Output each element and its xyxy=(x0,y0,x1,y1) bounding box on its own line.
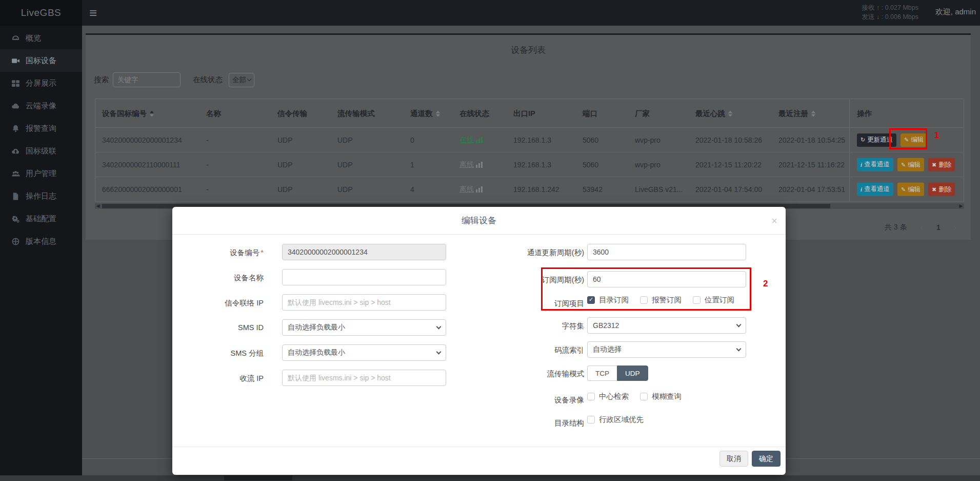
globe-icon xyxy=(11,237,20,246)
cell-channels: 0 xyxy=(410,136,414,144)
edit-button[interactable]: ✎编辑 xyxy=(897,183,924,196)
sidebar-item-label: 云端录像 xyxy=(26,101,56,111)
cell-port: 53942 xyxy=(583,185,603,194)
pencil-icon: ✎ xyxy=(901,186,906,193)
col-registered[interactable]: 最近注册 xyxy=(778,108,815,118)
delete-button[interactable]: ✖删除 xyxy=(928,158,955,171)
device-id-label: 设备编号* xyxy=(175,248,264,258)
annotation-label-2: 2 xyxy=(763,279,768,289)
online-status-link[interactable]: 离线 xyxy=(459,160,483,169)
sidebar-item-user-management[interactable]: 用户管理 xyxy=(0,162,82,185)
channel-refresh-input[interactable] xyxy=(587,244,746,260)
scroll-left-arrow[interactable]: ◀ xyxy=(95,203,101,209)
col-vendor: 厂家 xyxy=(635,108,650,118)
refresh-icon: ↻ xyxy=(861,137,865,143)
col-operations: 操作 xyxy=(857,108,872,118)
total-count: 共 3 条 xyxy=(885,223,907,232)
stream-index-label: 码流索引 xyxy=(496,345,584,355)
cell-operations: i查看通道 ✎编辑 ✖删除 xyxy=(857,158,957,171)
device-name-input[interactable] xyxy=(282,269,446,285)
sidebar-item-label: 操作日志 xyxy=(26,191,56,201)
sidebar-item-gb-devices[interactable]: 国标设备 xyxy=(0,49,82,72)
edit-button[interactable]: ✎编辑 xyxy=(897,158,924,171)
sms-id-label: SMS ID xyxy=(175,323,264,332)
cancel-button[interactable]: 取消 xyxy=(719,451,748,467)
ok-button[interactable]: 确定 xyxy=(752,451,781,467)
online-status-link[interactable]: 离线 xyxy=(459,185,483,194)
up-arrow-icon: ↑ xyxy=(876,4,879,11)
sidebar-item-label: 基础配置 xyxy=(26,214,56,224)
welcome-user[interactable]: 欢迎, admin xyxy=(935,7,976,17)
device-table: 设备国标编号 名称 信令传输 流传输模式 通道数 在线状态 出口IP 端口 厂家… xyxy=(95,99,964,202)
sidebar-item-cloud-record[interactable]: 云端录像 xyxy=(0,94,82,117)
chart-bars-icon xyxy=(476,186,483,193)
users-icon xyxy=(11,169,20,178)
sidebar-item-basic-config[interactable]: 基础配置 xyxy=(0,207,82,230)
col-port: 端口 xyxy=(583,108,597,118)
next-page-button[interactable]: › xyxy=(954,223,956,232)
search-input[interactable] xyxy=(113,72,181,87)
chevron-down-icon xyxy=(736,322,742,328)
cell-registered: 2022-01-18 10:54:25 xyxy=(778,136,845,144)
scrollbar-thumb[interactable] xyxy=(224,476,292,480)
sort-icon xyxy=(728,110,732,117)
cloud-icon xyxy=(11,102,20,110)
col-stream-mode: 流传输模式 xyxy=(337,108,375,118)
col-channels[interactable]: 通道数 xyxy=(410,108,440,118)
center-search-label: 中心检索 xyxy=(599,392,629,401)
delete-button[interactable]: ✖删除 xyxy=(928,183,955,196)
admin-region-first-checkbox[interactable] xyxy=(587,416,595,424)
col-ip: 出口IP xyxy=(513,108,535,118)
device-name-label: 设备名称 xyxy=(175,273,264,283)
sms-group-select[interactable]: 自动选择负载最小 xyxy=(282,344,446,361)
sidebar-item-version-info[interactable]: 版本信息 xyxy=(0,230,82,253)
view-channels-button[interactable]: i查看通道 xyxy=(857,158,893,171)
hamburger-menu-icon[interactable]: ≡ xyxy=(89,3,97,23)
annotation-box-2 xyxy=(541,267,751,311)
stream-mode-dropdown[interactable]: UDP xyxy=(337,185,359,194)
recv-ip-input[interactable] xyxy=(282,370,446,386)
prev-page-button[interactable]: ‹ xyxy=(921,223,923,232)
sidebar: LiveGBS 概览 国标设备 分屏展示 云端录像 报警查询 xyxy=(0,0,82,481)
stream-mode-dropdown[interactable]: UDP xyxy=(337,161,359,169)
admin-region-first-label: 行政区域优先 xyxy=(599,415,644,425)
info-icon: i xyxy=(861,186,862,192)
sidebar-item-label: 版本信息 xyxy=(26,237,56,246)
close-icon[interactable]: × xyxy=(771,207,777,235)
cell-signal: UDP xyxy=(277,136,293,144)
app-logo: LiveGBS xyxy=(0,0,82,26)
topbar: ≡ 接收 ↑ : 0.027 Mbps 发送 ↓ : 0.006 Mbps 欢迎… xyxy=(82,0,980,26)
sidebar-item-split-screen[interactable]: 分屏展示 xyxy=(0,72,82,94)
sidebar-item-gb-cascade[interactable]: 国标级联 xyxy=(0,140,82,162)
bell-icon xyxy=(11,124,20,133)
cell-port: 5060 xyxy=(583,136,598,144)
view-channels-button[interactable]: i查看通道 xyxy=(857,182,893,196)
col-heartbeat[interactable]: 最近心跳 xyxy=(695,108,732,118)
device-id-input[interactable] xyxy=(282,244,446,260)
col-device-id[interactable]: 设备国标编号 xyxy=(102,108,154,118)
sms-id-select[interactable]: 自动选择负载最小 xyxy=(282,319,446,336)
sidebar-item-operation-log[interactable]: 操作日志 xyxy=(0,185,82,207)
fuzzy-query-checkbox[interactable] xyxy=(640,393,648,400)
stream-index-select[interactable]: 自动选择 xyxy=(587,341,746,358)
col-online-status: 在线状态 xyxy=(459,108,489,118)
udp-option[interactable]: UDP xyxy=(617,365,648,381)
page-horizontal-scrollbar[interactable] xyxy=(0,475,980,481)
stream-mode-dropdown[interactable]: UDP xyxy=(337,136,359,144)
tcp-option[interactable]: TCP xyxy=(587,365,617,381)
sidebar-item-label: 用户管理 xyxy=(26,169,56,179)
charset-select[interactable]: GB2312 xyxy=(587,317,746,334)
scroll-right-arrow[interactable]: ▶ xyxy=(958,203,964,209)
sip-ip-input[interactable] xyxy=(282,294,446,311)
cell-vendor: wvp-pro xyxy=(635,161,661,169)
required-asterisk: * xyxy=(261,248,264,257)
online-status-link[interactable]: 在线 xyxy=(459,136,483,145)
center-search-checkbox[interactable] xyxy=(587,393,595,400)
sidebar-item-alarm-query[interactable]: 报警查询 xyxy=(0,117,82,140)
online-status-select[interactable]: 全部 xyxy=(229,73,254,87)
chevron-down-icon xyxy=(356,187,361,191)
sidebar-item-overview[interactable]: 概览 xyxy=(0,27,82,49)
sidebar-item-label: 分屏展示 xyxy=(26,79,56,88)
page-number[interactable]: 1 xyxy=(936,223,941,232)
cell-ip: 192.168.1.3 xyxy=(513,161,551,169)
